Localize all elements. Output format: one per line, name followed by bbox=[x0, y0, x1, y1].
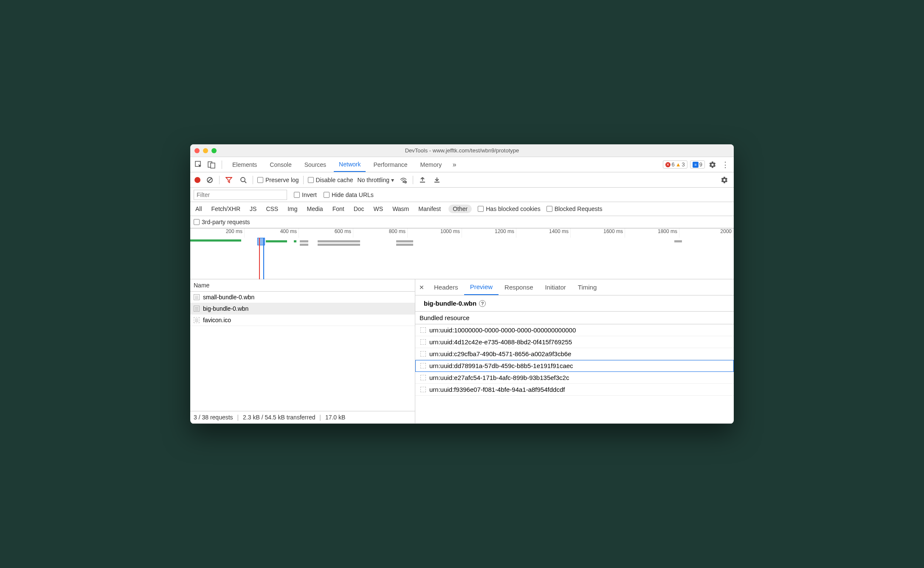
error-icon: ✕ bbox=[665, 162, 670, 167]
resource-urn: urn:uuid:4d12c42e-e735-4088-8bd2-0f415f7… bbox=[429, 338, 572, 346]
detail-tab-timing[interactable]: Timing bbox=[572, 279, 603, 295]
timeline-overview[interactable]: 200 ms400 ms600 ms800 ms1000 ms1200 ms14… bbox=[190, 228, 734, 279]
invert-checkbox[interactable]: Invert bbox=[294, 191, 317, 198]
timeline-tick: 600 ms bbox=[299, 228, 353, 238]
network-main-split: Name small-bundle-0.wbnbig-bundle-0.wbnf… bbox=[190, 279, 734, 424]
file-icon bbox=[194, 317, 200, 323]
tab-sources[interactable]: Sources bbox=[299, 157, 331, 172]
search-icon[interactable] bbox=[238, 175, 248, 185]
type-doc[interactable]: Doc bbox=[352, 205, 366, 213]
device-toolbar-icon[interactable] bbox=[206, 160, 217, 170]
type-ws[interactable]: WS bbox=[372, 205, 385, 213]
type-img[interactable]: Img bbox=[286, 205, 299, 213]
bundled-resource-row[interactable]: urn:uuid:4d12c42e-e735-4088-8bd2-0f415f7… bbox=[415, 336, 734, 348]
type-font[interactable]: Font bbox=[331, 205, 346, 213]
filter-bar: Invert Hide data URLs bbox=[190, 188, 734, 202]
bundled-resource-row[interactable]: urn:uuid:c29cfba7-490b-4571-8656-a002a9f… bbox=[415, 348, 734, 360]
chevron-down-icon: ▾ bbox=[391, 177, 394, 183]
has-blocked-cookies-checkbox[interactable]: Has blocked cookies bbox=[478, 205, 540, 212]
timeline-tick: 1400 ms bbox=[516, 228, 571, 238]
filter-icon[interactable] bbox=[224, 175, 234, 185]
tab-memory[interactable]: Memory bbox=[415, 157, 447, 172]
resource-icon bbox=[420, 375, 426, 380]
window-title: DevTools - www.jefftk.com/test/wbn9/prot… bbox=[194, 147, 730, 154]
svg-rect-9 bbox=[420, 182, 425, 183]
preserve-log-checkbox[interactable]: Preserve log bbox=[257, 177, 299, 183]
tab-elements[interactable]: Elements bbox=[227, 157, 262, 172]
type-other[interactable]: Other bbox=[448, 205, 472, 213]
close-detail-button[interactable]: ✕ bbox=[415, 284, 428, 291]
settings-icon[interactable] bbox=[707, 160, 718, 170]
help-icon[interactable]: ? bbox=[479, 300, 486, 307]
svg-point-7 bbox=[403, 181, 404, 182]
timeline-tick: 1800 ms bbox=[625, 228, 679, 238]
kebab-menu-icon[interactable]: ⋮ bbox=[720, 160, 730, 170]
errors-badge[interactable]: ✕ 6 ▲ 3 bbox=[663, 160, 687, 169]
separator bbox=[222, 160, 222, 169]
request-row[interactable]: favicon.ico bbox=[190, 315, 415, 326]
resource-urn: urn:uuid:dd78991a-57db-459c-b8b5-1e191f9… bbox=[429, 362, 573, 369]
close-window-button[interactable] bbox=[194, 148, 200, 153]
bundled-resource-row[interactable]: urn:uuid:10000000-0000-0000-0000-0000000… bbox=[415, 324, 734, 336]
svg-rect-2 bbox=[211, 163, 215, 168]
main-tab-bar: ElementsConsoleSourcesNetworkPerformance… bbox=[190, 157, 734, 172]
resource-icon bbox=[420, 327, 426, 333]
detail-tab-preview[interactable]: Preview bbox=[464, 279, 499, 295]
tab-console[interactable]: Console bbox=[265, 157, 296, 172]
resource-urn: urn:uuid:f9396e07-f081-4bfe-94a1-a8f954f… bbox=[429, 386, 565, 393]
blocked-requests-checkbox[interactable]: Blocked Requests bbox=[547, 205, 603, 212]
messages-badge[interactable]: ≡ 9 bbox=[690, 160, 705, 169]
message-icon: ≡ bbox=[693, 162, 699, 168]
timeline-tick: 1200 ms bbox=[462, 228, 516, 238]
timeline-tick: 400 ms bbox=[245, 228, 299, 238]
tab-performance[interactable]: Performance bbox=[368, 157, 412, 172]
more-tabs-button[interactable]: » bbox=[449, 160, 459, 170]
timeline-tick: 200 ms bbox=[190, 228, 245, 238]
request-row[interactable]: big-bundle-0.wbn bbox=[190, 303, 415, 315]
status-transferred: 2.3 kB / 54.5 kB transferred bbox=[243, 414, 315, 421]
svg-point-5 bbox=[241, 177, 245, 182]
throttling-select[interactable]: No throttling ▾ bbox=[358, 177, 394, 183]
type-media[interactable]: Media bbox=[305, 205, 325, 213]
detail-tab-headers[interactable]: Headers bbox=[428, 279, 464, 295]
import-har-icon[interactable] bbox=[417, 175, 428, 185]
bundled-resource-row[interactable]: urn:uuid:dd78991a-57db-459c-b8b5-1e191f9… bbox=[415, 360, 734, 372]
type-js[interactable]: JS bbox=[248, 205, 258, 213]
name-column-header[interactable]: Name bbox=[190, 279, 415, 292]
resource-icon bbox=[420, 351, 426, 357]
inspect-element-icon[interactable] bbox=[194, 160, 204, 170]
disable-cache-checkbox[interactable]: Disable cache bbox=[308, 177, 353, 183]
zoom-window-button[interactable] bbox=[211, 148, 217, 153]
type-manifest[interactable]: Manifest bbox=[417, 205, 442, 213]
type-all[interactable]: All bbox=[194, 205, 204, 213]
detail-tabs: ✕ HeadersPreviewResponseInitiatorTiming bbox=[415, 279, 734, 295]
bundled-resource-row[interactable]: urn:uuid:e27afc54-171b-4afc-899b-93b135e… bbox=[415, 372, 734, 384]
bundled-resource-header: Bundled resource bbox=[415, 311, 734, 324]
tab-network[interactable]: Network bbox=[334, 157, 366, 172]
clear-button[interactable] bbox=[205, 175, 215, 185]
request-row[interactable]: small-bundle-0.wbn bbox=[190, 292, 415, 303]
bundled-resource-row[interactable]: urn:uuid:f9396e07-f081-4bfe-94a1-a8f954f… bbox=[415, 384, 734, 396]
network-toolbar: Preserve log Disable cache No throttling… bbox=[190, 172, 734, 188]
type-wasm[interactable]: Wasm bbox=[391, 205, 411, 213]
status-bar: 3 / 38 requests | 2.3 kB / 54.5 kB trans… bbox=[190, 411, 415, 423]
detail-tab-response[interactable]: Response bbox=[499, 279, 539, 295]
filter-input[interactable] bbox=[194, 190, 287, 200]
request-detail-pane: ✕ HeadersPreviewResponseInitiatorTiming … bbox=[415, 279, 734, 423]
detail-tab-initiator[interactable]: Initiator bbox=[539, 279, 572, 295]
type-fetch-xhr[interactable]: Fetch/XHR bbox=[210, 205, 242, 213]
export-har-icon[interactable] bbox=[432, 175, 442, 185]
record-button[interactable] bbox=[194, 177, 200, 183]
preview-header: big-bundle-0.wbn ? bbox=[415, 295, 734, 311]
network-conditions-icon[interactable] bbox=[398, 175, 408, 185]
hide-data-urls-checkbox[interactable]: Hide data URLs bbox=[324, 191, 374, 198]
request-name: favicon.ico bbox=[203, 317, 231, 323]
third-party-checkbox[interactable]: 3rd-party requests bbox=[190, 216, 734, 228]
type-css[interactable]: CSS bbox=[264, 205, 280, 213]
timeline-tick: 800 ms bbox=[353, 228, 408, 238]
timeline-tick: 1600 ms bbox=[571, 228, 625, 238]
minimize-window-button[interactable] bbox=[203, 148, 208, 153]
resource-urn: urn:uuid:e27afc54-171b-4afc-899b-93b135e… bbox=[429, 374, 569, 381]
network-settings-icon[interactable] bbox=[719, 175, 730, 185]
mac-titlebar: DevTools - www.jefftk.com/test/wbn9/prot… bbox=[190, 144, 734, 157]
